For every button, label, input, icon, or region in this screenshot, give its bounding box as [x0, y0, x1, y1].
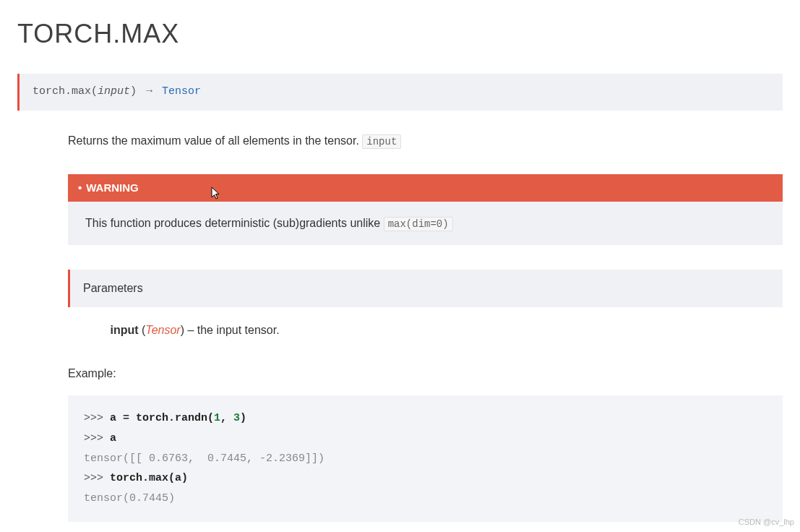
param-type-link[interactable]: Tensor	[145, 324, 180, 336]
parameters-heading-box: Parameters	[68, 270, 783, 307]
param-name: input	[110, 324, 138, 336]
bullet-icon: •	[78, 181, 82, 194]
parameter-row: input (Tensor) – the input tensor.	[68, 322, 783, 339]
sig-func-name: torch.max	[33, 85, 91, 98]
warning-inline-code: max(dim=0)	[384, 217, 453, 231]
warning-body: This function produces deterministic (su…	[68, 202, 783, 245]
watermark: CSDN @cv_lhp	[739, 516, 794, 528]
code-text: ,	[220, 412, 233, 424]
sig-close: )	[130, 85, 137, 98]
code-output: tensor([[ 0.6763, 0.7445, -2.2369]])	[84, 452, 324, 465]
code-prompt: >>>	[84, 432, 110, 445]
function-signature: torch.max(input) → Tensor	[17, 74, 783, 111]
example-code-block: >>> a = torch.randn(1, 3) >>> a tensor([…	[68, 395, 783, 522]
code-number: 3	[233, 412, 240, 424]
code-text: torch.max(a)	[110, 472, 188, 484]
warning-box: •WARNING This function produces determin…	[68, 174, 783, 246]
code-prompt: >>>	[84, 412, 110, 424]
warning-text: This function produces deterministic (su…	[85, 217, 384, 229]
code-text: a = torch.randn(	[110, 412, 214, 424]
code-output: tensor(0.7445)	[84, 492, 175, 505]
sig-param: input	[98, 85, 130, 98]
description: Returns the maximum value of all element…	[68, 132, 783, 150]
code-text: )	[240, 412, 246, 424]
code-prompt: >>>	[84, 472, 110, 484]
sig-open: (	[91, 85, 98, 98]
page-title: TORCH.MAX	[17, 14, 783, 53]
example-label: Example:	[68, 365, 783, 382]
parameters-heading: Parameters	[83, 282, 143, 294]
code-number: 1	[214, 412, 220, 424]
return-type-link[interactable]: Tensor	[162, 85, 201, 98]
code-text: a	[110, 432, 116, 445]
warning-header: •WARNING	[68, 174, 783, 202]
warning-label: WARNING	[86, 181, 139, 194]
sig-arrow: →	[146, 85, 152, 98]
param-desc: – the input tensor.	[184, 324, 280, 336]
desc-inline-code: input	[362, 134, 401, 149]
